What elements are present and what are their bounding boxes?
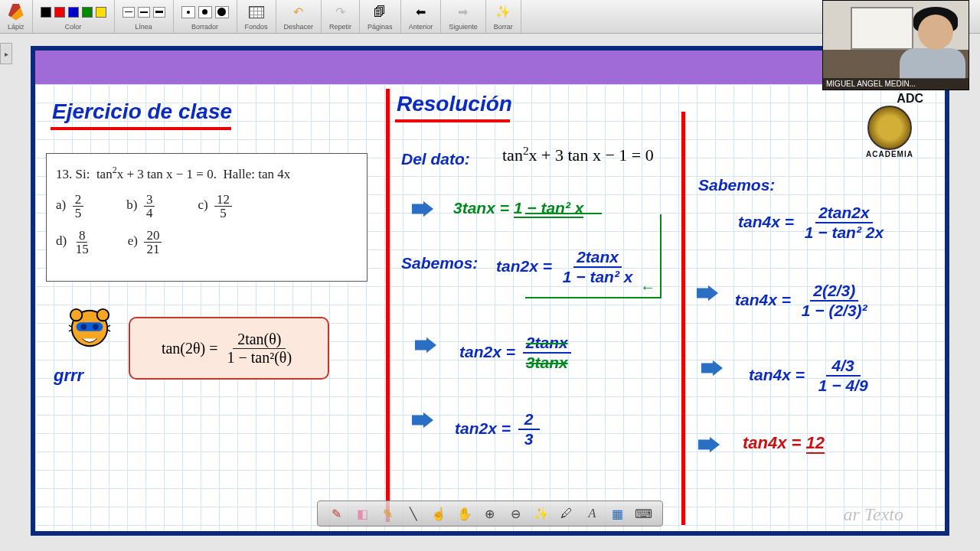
label-sabemos-right: Sabemos:	[698, 176, 775, 194]
svg-marker-7	[415, 337, 436, 354]
watermark-text: ar Texto	[844, 504, 903, 525]
tan2x-formula: tan2x = 2tanx 1 − tan² x	[496, 248, 635, 286]
logo-text-1: ADC	[897, 92, 923, 106]
tool-redo[interactable]: ↷ Repetir	[322, 0, 360, 33]
tool-line[interactable]: Línea	[115, 0, 174, 33]
step-3: tan2x = 2 3	[455, 410, 540, 448]
formula-num: 2tan(θ)	[233, 331, 286, 349]
svg-marker-6	[412, 201, 433, 217]
webcam-overlay: MIGUEL ANGEL MEDIN...	[822, 0, 969, 90]
problem-statement: 13. Si: tan2x + 3 tan x − 1 = 0. Halle: …	[56, 165, 358, 182]
pen-label: Lápiz	[8, 23, 24, 31]
text-tool-icon[interactable]: A	[583, 505, 600, 522]
line-tool-icon[interactable]: ╲	[405, 505, 422, 522]
right-step-2: tan4x = 4/3 1 − 4/9	[749, 357, 874, 395]
keyboard-icon[interactable]: ⌨	[635, 505, 652, 522]
floating-toolbar[interactable]: ✎ ◧ ✎ ╲ ☝ ✋ ⊕ ⊖ ✨ 🖊 A ▦ ⌨	[317, 500, 663, 527]
line-thin-icon[interactable]	[122, 7, 135, 18]
eraser-label: Borrador	[191, 23, 218, 31]
swatch-blue[interactable]	[68, 7, 79, 18]
title-bar	[35, 51, 945, 84]
tool-color[interactable]: Color	[33, 0, 115, 33]
pages-icon: 🗐	[371, 4, 388, 21]
line-thick-icon[interactable]	[153, 7, 165, 18]
prev-label: Anterior	[409, 23, 433, 31]
pointer-icon[interactable]: ☝	[430, 505, 447, 522]
formula-lhs: tan(2θ) =	[162, 340, 218, 357]
arrow-icon	[415, 337, 436, 354]
zoom-out-icon[interactable]: ⊖	[507, 505, 524, 522]
option-b: b) 34	[126, 193, 155, 220]
eraser-small-icon[interactable]	[181, 6, 195, 18]
sidebar-toggle[interactable]: ▸	[0, 43, 12, 64]
svg-marker-9	[697, 285, 718, 302]
back-arrow-icon: ←	[640, 279, 655, 296]
eraser-med-icon[interactable]	[198, 6, 212, 18]
grid-icon	[249, 6, 264, 18]
exercise-title: Ejercicio de clase	[52, 99, 232, 124]
svg-point-4	[80, 324, 87, 330]
given-equation: tan2x + 3 tan x − 1 = 0	[502, 144, 654, 165]
tool-undo[interactable]: ↶ Deshacer	[276, 0, 322, 33]
divider-1	[386, 89, 390, 522]
arrow-icon	[412, 412, 433, 429]
tool-prev[interactable]: ⬅ Anterior	[401, 0, 442, 33]
step-2: tan2x = 2tanx 3tanx	[459, 334, 571, 372]
wand-icon[interactable]: ✨	[533, 505, 550, 522]
label-del-dato: Del dato:	[401, 150, 470, 168]
svg-point-2	[97, 309, 109, 321]
redo-icon: ↷	[332, 4, 349, 21]
tool-eraser[interactable]: Borrador	[174, 0, 237, 33]
backgrounds-label: Fondos	[245, 23, 268, 31]
tool-pen[interactable]: Lápiz	[0, 0, 33, 33]
tan4x-formula: tan4x = 2tan2x 1 − tan² 2x	[738, 204, 887, 242]
tool-backgrounds[interactable]: Fondos	[237, 0, 276, 33]
swatch-black[interactable]	[41, 7, 51, 18]
color-label: Color	[65, 23, 82, 31]
svg-marker-11	[698, 437, 720, 453]
pages-label: Páginas	[368, 23, 393, 31]
tool-pages[interactable]: 🗐 Páginas	[360, 0, 401, 33]
zoom-in-icon[interactable]: ⊕	[482, 505, 498, 522]
tool-clear[interactable]: ✨ Borrar	[486, 0, 521, 33]
option-c: c) 125	[198, 193, 232, 220]
svg-point-1	[70, 309, 82, 321]
formula-den: 1 − tan²(θ)	[223, 349, 297, 367]
logo-text-2: ACADEMIA	[866, 150, 913, 158]
highlighter-icon[interactable]: ✎	[379, 505, 396, 522]
swatch-green[interactable]	[82, 7, 93, 18]
swatch-red[interactable]	[54, 7, 65, 18]
logo-badge-icon	[867, 106, 912, 150]
arrow-icon	[697, 285, 718, 302]
swatch-yellow[interactable]	[96, 7, 106, 18]
solution-title: Resolución	[397, 92, 512, 116]
prev-icon: ⬅	[412, 4, 429, 21]
problem-box: 13. Si: tan2x + 3 tan x − 1 = 0. Halle: …	[46, 153, 368, 282]
tiger-caption: grrr	[54, 366, 83, 386]
divider-2	[681, 112, 685, 525]
color-picker-icon[interactable]: ▦	[609, 505, 626, 522]
school-logo: ADC ACADEMIA	[851, 92, 928, 165]
whiteboard-canvas[interactable]: ADC ACADEMIA Ejercicio de clase 13. Si: …	[31, 46, 949, 536]
svg-point-5	[93, 324, 99, 330]
arrow-icon	[698, 436, 720, 453]
pen-alt-icon[interactable]: 🖊	[558, 505, 575, 522]
next-label: Siguiente	[449, 23, 478, 31]
eraser-tool-icon[interactable]: ◧	[354, 505, 371, 522]
hand-pan-icon[interactable]: ✋	[456, 505, 473, 522]
eraser-large-icon[interactable]	[215, 6, 229, 18]
tiger-icon	[67, 306, 112, 350]
line-med-icon[interactable]	[138, 7, 150, 18]
webcam-name-label: MIGUEL ANGEL MEDIN...	[823, 78, 969, 90]
pencil-red-icon[interactable]: ✎	[328, 505, 345, 522]
option-e: e) 2021	[128, 229, 162, 256]
pen-icon	[8, 4, 24, 21]
final-answer: tan4x = 12	[743, 433, 825, 453]
option-a: a) 25	[56, 193, 83, 220]
right-step-1: tan4x = 2(2/3) 1 − (2/3)²	[735, 282, 871, 320]
tool-next[interactable]: ➡ Siguiente	[441, 0, 486, 33]
arrow-icon	[701, 360, 723, 377]
svg-rect-3	[77, 322, 103, 331]
undo-label: Deshacer	[284, 23, 314, 31]
arrow-icon	[412, 201, 433, 217]
